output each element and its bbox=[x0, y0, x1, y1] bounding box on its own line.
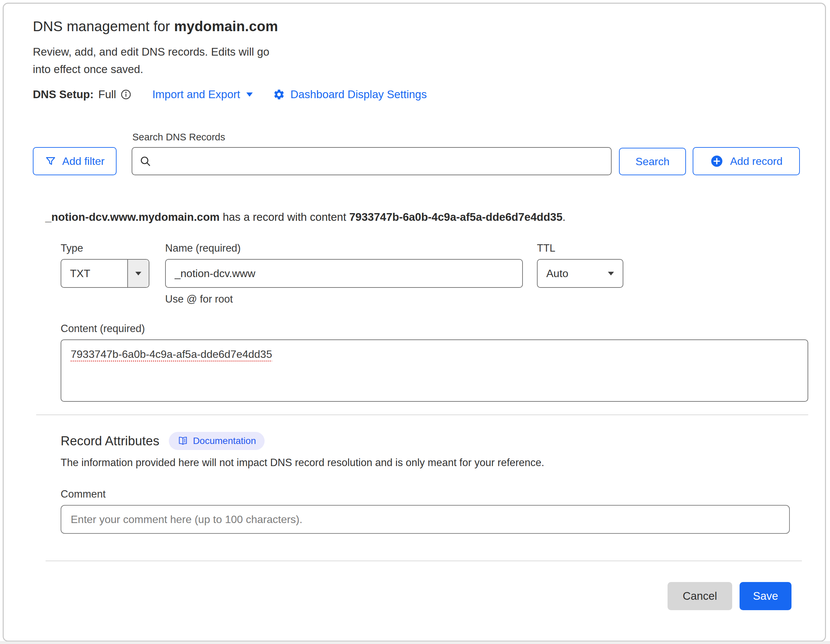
page-description-line2: into effect once saved. bbox=[33, 61, 825, 78]
content-label: Content (required) bbox=[61, 323, 825, 335]
search-input[interactable] bbox=[131, 147, 611, 175]
add-record-label: Add record bbox=[730, 155, 783, 168]
record-attributes-description: The information provided here will not i… bbox=[61, 457, 825, 469]
form-row-type-name-ttl: Type TXT Name (required) Use @ for root bbox=[61, 242, 825, 305]
add-record-button[interactable]: Add record bbox=[693, 147, 800, 175]
footer-actions: Cancel Save bbox=[33, 582, 792, 610]
ttl-select-value: Auto bbox=[546, 267, 569, 280]
cancel-button[interactable]: Cancel bbox=[668, 582, 732, 610]
page-title-prefix: DNS management for bbox=[33, 18, 174, 34]
comment-label: Comment bbox=[61, 488, 825, 500]
dashboard-display-settings-label: Dashboard Display Settings bbox=[290, 88, 427, 101]
page-description-line1: Review, add, and edit DNS records. Edits… bbox=[33, 43, 825, 61]
add-filter-label: Add filter bbox=[62, 155, 105, 168]
search-dns-records-field: Search DNS Records bbox=[131, 132, 611, 175]
import-export-button[interactable]: Import and Export bbox=[152, 88, 253, 101]
record-notice-middle: has a record with content bbox=[220, 211, 349, 223]
record-notice-period: . bbox=[562, 211, 565, 223]
documentation-link[interactable]: Documentation bbox=[169, 432, 265, 450]
dns-management-page: DNS management for mydomain.com Review, … bbox=[0, 0, 830, 644]
page-title: DNS management for mydomain.com bbox=[33, 18, 825, 35]
record-notice-content: 7933747b-6a0b-4c9a-af5a-dde6d7e4dd35 bbox=[349, 211, 563, 223]
page-description: Review, add, and edit DNS records. Edits… bbox=[33, 43, 825, 78]
dns-panel: DNS management for mydomain.com Review, … bbox=[3, 3, 826, 642]
caret-down-icon bbox=[607, 270, 615, 277]
record-notice-name: _notion-dcv.www.mydomain.com bbox=[45, 211, 220, 223]
filter-funnel-icon bbox=[45, 155, 56, 167]
type-select-value: TXT bbox=[61, 260, 127, 287]
record-notice: _notion-dcv.www.mydomain.com has a recor… bbox=[45, 211, 825, 224]
dns-setup-row: DNS Setup: Full Import and Export Dashbo… bbox=[33, 88, 825, 101]
name-label: Name (required) bbox=[165, 242, 523, 254]
type-select-arrow-cell bbox=[127, 260, 149, 287]
import-export-label: Import and Export bbox=[152, 88, 240, 101]
name-field: Name (required) Use @ for root bbox=[165, 242, 523, 305]
chevron-down-icon bbox=[246, 92, 253, 97]
search-button[interactable]: Search bbox=[619, 148, 686, 175]
name-input[interactable] bbox=[165, 259, 523, 288]
search-row: Add filter Search DNS Records Search bbox=[33, 132, 800, 175]
caret-down-icon bbox=[134, 270, 143, 277]
dns-setup-label: DNS Setup: bbox=[33, 88, 94, 101]
ttl-label: TTL bbox=[537, 242, 623, 254]
documentation-label: Documentation bbox=[193, 436, 256, 446]
record-edit-form: Type TXT Name (required) Use @ for root bbox=[61, 242, 825, 402]
type-label: Type bbox=[61, 242, 149, 254]
content-textarea[interactable]: 7933747b-6a0b-4c9a-af5a-dde6d7e4dd35 bbox=[61, 339, 808, 402]
plus-circle-icon bbox=[710, 154, 724, 168]
name-helper-text: Use @ for root bbox=[165, 293, 523, 305]
gear-icon bbox=[273, 89, 285, 100]
info-circle-icon[interactable] bbox=[120, 89, 131, 100]
search-dns-records-label: Search DNS Records bbox=[132, 132, 611, 143]
ttl-select[interactable]: Auto bbox=[537, 259, 623, 288]
record-attributes-section: Record Attributes Documentation The info… bbox=[61, 432, 825, 534]
record-attributes-heading: Record Attributes bbox=[61, 434, 160, 448]
dashboard-display-settings-button[interactable]: Dashboard Display Settings bbox=[273, 88, 427, 101]
search-input-wrapper bbox=[131, 147, 611, 175]
content-field: Content (required) 7933747b-6a0b-4c9a-af… bbox=[61, 323, 825, 402]
type-select[interactable]: TXT bbox=[61, 259, 149, 288]
page-title-domain: mydomain.com bbox=[174, 18, 278, 34]
ttl-field: TTL Auto bbox=[537, 242, 623, 305]
footer-divider bbox=[46, 561, 802, 561]
content-value: 7933747b-6a0b-4c9a-af5a-dde6d7e4dd35 bbox=[71, 348, 272, 360]
book-icon bbox=[177, 436, 188, 446]
type-field: Type TXT bbox=[61, 242, 149, 305]
save-button[interactable]: Save bbox=[740, 582, 792, 610]
add-filter-button[interactable]: Add filter bbox=[33, 147, 117, 175]
record-attributes-header: Record Attributes Documentation bbox=[61, 432, 825, 450]
comment-input[interactable] bbox=[61, 505, 790, 534]
dns-setup-value: Full bbox=[98, 88, 116, 101]
section-divider bbox=[36, 414, 808, 415]
page-bottom-strip bbox=[0, 641, 830, 644]
